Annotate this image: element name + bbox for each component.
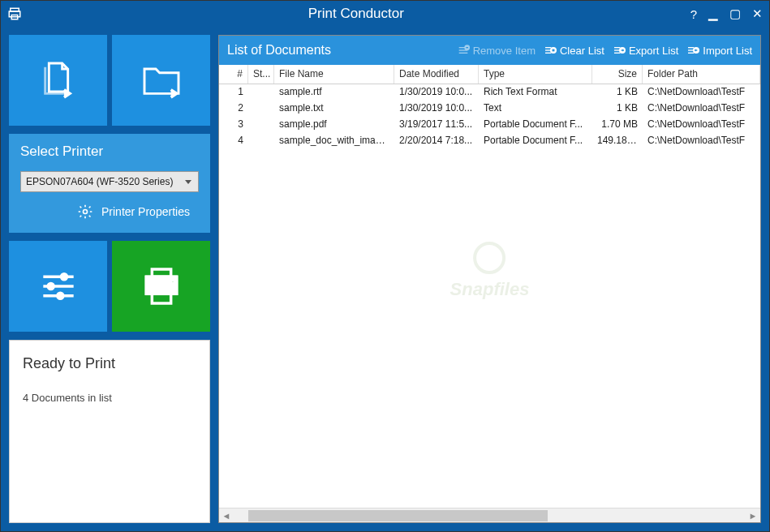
cell-date: 2/20/2014 7:18... <box>394 133 479 149</box>
content-area: Select Printer EPSON07A604 (WF-3520 Seri… <box>1 27 769 531</box>
col-status[interactable]: St... <box>248 65 274 84</box>
export-icon <box>613 44 626 57</box>
add-files-tile[interactable] <box>9 35 107 126</box>
cell-type: Portable Document F... <box>479 133 592 149</box>
help-button[interactable]: ? <box>690 7 697 21</box>
doclist-header: List of Documents Remove Item Clear List <box>219 36 760 65</box>
cell-name: sample.txt <box>274 101 394 117</box>
export-list-label: Export List <box>629 45 678 57</box>
cell-size: 1 KB <box>592 101 643 117</box>
cell-name: sample.rtf <box>274 84 394 101</box>
select-printer-heading: Select Printer <box>20 144 199 160</box>
scroll-right-arrow[interactable]: ► <box>746 511 760 521</box>
svg-rect-1 <box>9 11 20 17</box>
remove-item-label: Remove Item <box>473 45 536 57</box>
cell-type: Rich Text Format <box>479 84 592 101</box>
cell-size: 1 KB <box>592 84 643 101</box>
import-list-button[interactable]: Import List <box>686 44 752 57</box>
svg-point-7 <box>48 284 54 290</box>
scroll-track[interactable] <box>248 510 731 521</box>
cell-name: sample.pdf <box>274 117 394 133</box>
remove-icon <box>457 44 470 57</box>
cell-size: 149.18 ... <box>592 133 643 149</box>
import-icon <box>686 44 699 57</box>
window-controls: ? ▁ ▢ ✕ <box>690 6 763 21</box>
cell-type: Portable Document F... <box>479 117 592 133</box>
cell-path: C:\NetDownload\TestF <box>643 101 760 117</box>
cell-status <box>248 84 274 101</box>
col-filename[interactable]: File Name <box>274 65 394 84</box>
cell-path: C:\NetDownload\TestF <box>643 117 760 133</box>
add-folder-tile[interactable] <box>112 35 210 126</box>
watermark: Snapfiles <box>450 242 530 300</box>
cell-status <box>248 117 274 133</box>
scroll-thumb[interactable] <box>248 510 548 521</box>
cell-date: 3/19/2017 11:5... <box>394 117 479 133</box>
cell-type: Text <box>479 101 592 117</box>
clear-icon <box>544 44 557 57</box>
cell-status <box>248 101 274 117</box>
printer-dropdown[interactable]: EPSON07A604 (WF-3520 Series) <box>20 171 199 192</box>
printer-properties-link[interactable]: Printer Properties <box>20 204 199 220</box>
sidebar: Select Printer EPSON07A604 (WF-3520 Seri… <box>9 35 210 523</box>
cell-num: 1 <box>219 84 248 101</box>
minimize-button[interactable]: ▁ <box>708 6 718 21</box>
import-list-label: Import List <box>703 45 752 57</box>
cell-name: sample_doc_with_image... <box>274 133 394 149</box>
doclist-title: List of Documents <box>227 43 457 58</box>
cell-num: 4 <box>219 133 248 149</box>
export-list-button[interactable]: Export List <box>613 44 678 57</box>
print-tile[interactable] <box>112 241 210 332</box>
table-row[interactable]: 3sample.pdf3/19/2017 11:5...Portable Doc… <box>219 117 760 133</box>
cell-date: 1/30/2019 10:0... <box>394 84 479 101</box>
col-number[interactable]: # <box>219 65 248 84</box>
table-header: # St... File Name Date Modified Type Siz… <box>219 65 760 84</box>
svg-point-5 <box>61 274 67 280</box>
clear-list-button[interactable]: Clear List <box>544 44 604 57</box>
printer-panel: Select Printer EPSON07A604 (WF-3520 Seri… <box>9 134 210 233</box>
table-row[interactable]: 4sample_doc_with_image...2/20/2014 7:18.… <box>219 133 760 149</box>
status-card: Ready to Print 4 Documents in list <box>9 340 210 523</box>
cell-size: 1.70 MB <box>592 117 643 133</box>
app-window: Print Conductor ? ▁ ▢ ✕ <box>0 0 770 532</box>
bottom-tiles <box>9 241 210 332</box>
clear-list-label: Clear List <box>560 45 604 57</box>
document-list-panel: List of Documents Remove Item Clear List <box>218 35 761 523</box>
status-heading: Ready to Print <box>23 355 196 372</box>
col-size[interactable]: Size <box>592 65 643 84</box>
scroll-left-arrow[interactable]: ◄ <box>219 511 234 521</box>
top-tiles <box>9 35 210 126</box>
svg-point-14 <box>170 280 174 283</box>
remove-item-button[interactable]: Remove Item <box>457 44 536 57</box>
col-path[interactable]: Folder Path <box>643 65 760 84</box>
table-body: 1sample.rtf1/30/2019 10:0...Rich Text Fo… <box>219 84 760 508</box>
col-type[interactable]: Type <box>479 65 592 84</box>
doclist-toolbar: Remove Item Clear List Export List <box>457 44 752 57</box>
cell-num: 2 <box>219 101 248 117</box>
printer-properties-label: Printer Properties <box>101 205 190 218</box>
svg-point-9 <box>57 293 62 298</box>
maximize-button[interactable]: ▢ <box>729 6 741 21</box>
table-row[interactable]: 1sample.rtf1/30/2019 10:0...Rich Text Fo… <box>219 84 760 101</box>
gear-icon <box>77 204 93 220</box>
status-summary: 4 Documents in list <box>23 392 196 404</box>
titlebar: Print Conductor ? ▁ ▢ ✕ <box>1 1 769 27</box>
cell-path: C:\NetDownload\TestF <box>643 133 760 149</box>
cell-status <box>248 133 274 149</box>
table-row[interactable]: 2sample.txt1/30/2019 10:0...Text1 KBC:\N… <box>219 101 760 117</box>
app-title: Print Conductor <box>22 6 690 22</box>
cell-date: 1/30/2019 10:0... <box>394 101 479 117</box>
horizontal-scrollbar[interactable]: ◄ ► <box>219 508 760 522</box>
app-icon <box>7 6 22 21</box>
cell-path: C:\NetDownload\TestF <box>643 84 760 101</box>
svg-point-3 <box>84 210 88 214</box>
close-button[interactable]: ✕ <box>752 6 763 21</box>
settings-tile[interactable] <box>9 241 107 332</box>
col-date[interactable]: Date Modified <box>394 65 479 84</box>
cell-num: 3 <box>219 117 248 133</box>
printer-selected-value: EPSON07A604 (WF-3520 Series) <box>26 176 173 187</box>
